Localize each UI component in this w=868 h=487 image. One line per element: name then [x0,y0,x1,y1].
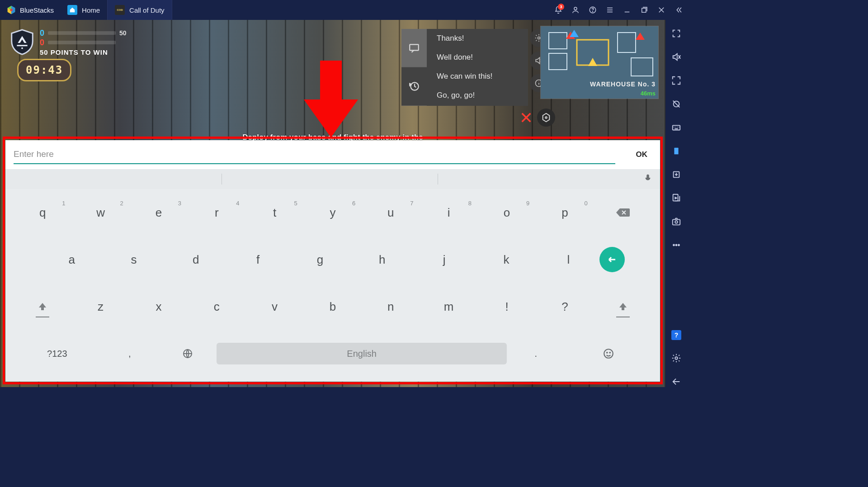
notifications-button[interactable]: 3 [550,0,567,20]
score-hud: 050 0 50 POINTS TO WIN [8,28,127,56]
key-s[interactable]: s [103,245,165,274]
game-viewport[interactable]: 050 0 50 POINTS TO WIN 09:43 Deploy from… [0,20,665,387]
quick-chat-item[interactable]: Well done! [427,48,528,67]
volume-button[interactable] [671,52,682,62]
svg-point-33 [675,357,678,359]
help-button[interactable] [584,0,601,20]
install-apk-button[interactable] [671,169,682,180]
key-m[interactable]: m [420,292,478,321]
ping-display: 46ms [641,90,656,97]
quick-chat-item[interactable]: We can win this! [427,67,528,86]
svg-point-0 [10,9,13,11]
key-backspace[interactable] [594,198,652,227]
quick-chat-tab-history[interactable] [401,67,427,106]
key-p[interactable]: p0 [536,198,594,227]
menu-button[interactable] [601,0,618,20]
svg-point-21 [607,352,608,353]
mic-button[interactable] [643,173,653,185]
brand-name: BlueStacks [20,6,54,14]
key-shift-left[interactable] [14,292,71,321]
key-w[interactable]: w2 [71,198,129,227]
back-button[interactable] [671,376,682,387]
fullscreen-button[interactable] [671,28,682,39]
more-button[interactable] [671,240,682,251]
key-x[interactable]: x [130,292,188,321]
tab-cod-label: Call of Duty [129,6,165,14]
close-button[interactable] [653,0,670,20]
minimap[interactable]: WAREHOUSE No. 3 46ms [541,26,658,99]
quick-chat-item[interactable]: Go, go, go! [427,86,528,105]
rotate-button[interactable] [671,146,682,156]
svg-point-3 [593,11,593,12]
quick-chat-item[interactable]: Thanks! [427,29,528,48]
key-f[interactable]: f [227,245,289,274]
key-y[interactable]: y6 [304,198,362,227]
key-enter[interactable] [599,247,625,272]
settings-sidebar-button[interactable] [671,353,682,364]
sidebar-help-button[interactable]: ? [671,330,681,340]
svg-point-1 [574,7,577,10]
match-timer: 09:43 [17,59,71,81]
team-shield-icon [8,28,36,56]
key-e[interactable]: e3 [130,198,188,227]
svg-point-8 [538,37,540,39]
key-h[interactable]: h [351,245,413,274]
key-d[interactable]: d [165,245,227,274]
title-bar: BlueStacks Home COD Call of Duty 3 [0,0,687,20]
notification-badge: 3 [558,4,564,10]
close-quickchat-button[interactable] [518,109,534,126]
minimize-button[interactable] [618,0,636,20]
tab-home[interactable]: Home [60,0,108,20]
key-o[interactable]: o9 [478,198,536,227]
collapse-sidebar-button[interactable] [670,0,687,20]
restore-button[interactable] [636,0,653,20]
svg-rect-6 [410,44,419,50]
key-v[interactable]: v [245,292,303,321]
objective-text: 50 POINTS TO WIN [40,48,127,56]
key-emoji[interactable] [565,339,652,368]
key-period[interactable]: . [507,339,565,368]
key-b[interactable]: b [304,292,362,321]
tab-call-of-duty[interactable]: COD Call of Duty [108,0,172,20]
keyboard-controls-button[interactable] [671,122,682,133]
suggestion-bar [5,169,660,189]
map-location: WAREHOUSE No. 3 [590,80,656,88]
svg-rect-28 [673,219,680,225]
key-![interactable]: ! [478,292,536,321]
key-i[interactable]: i8 [420,198,478,227]
key-t[interactable]: t5 [245,198,303,227]
key-space[interactable]: English [217,343,507,364]
key-language[interactable] [159,339,217,368]
svg-point-20 [604,349,613,358]
ok-button[interactable]: OK [623,150,660,159]
svg-rect-24 [673,125,680,130]
key-a[interactable]: a [41,245,103,274]
key-q[interactable]: q1 [14,198,71,227]
key-z[interactable]: z [71,292,129,321]
team-blue-score: 0 [40,28,44,38]
screenshot-button[interactable] [671,216,682,227]
key-?[interactable]: ? [536,292,594,321]
key-symbols[interactable]: ?123 [14,339,101,368]
lock-cursor-button[interactable] [671,75,682,86]
loadout-button[interactable] [537,109,555,127]
key-comma[interactable]: , [101,339,159,368]
target-score: 50 [119,29,127,37]
quick-chat-tab-messages[interactable] [401,29,427,67]
bluestacks-icon [6,5,16,15]
key-g[interactable]: g [289,245,351,274]
key-shift-right[interactable] [594,292,652,321]
text-input[interactable] [14,145,615,164]
key-r[interactable]: r4 [188,198,245,227]
svg-point-22 [609,352,610,353]
location-button[interactable] [671,99,682,109]
key-j[interactable]: j [413,245,475,274]
key-n[interactable]: n [362,292,420,321]
key-u[interactable]: u7 [362,198,420,227]
key-k[interactable]: k [475,245,537,274]
key-c[interactable]: c [188,292,245,321]
key-l[interactable]: l [538,245,599,274]
media-button[interactable] [671,193,682,203]
svg-rect-17 [320,61,342,101]
account-button[interactable] [567,0,584,20]
